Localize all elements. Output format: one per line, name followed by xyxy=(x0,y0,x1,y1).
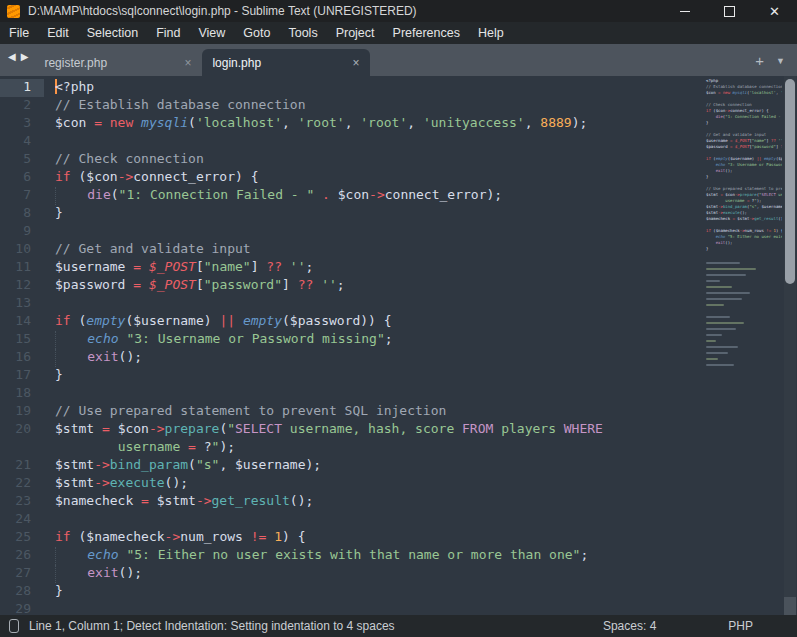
code-line[interactable] xyxy=(44,223,704,241)
code-token: get_result xyxy=(754,216,778,221)
minimize-button[interactable] xyxy=(662,0,707,22)
code-token: ( xyxy=(188,457,196,472)
maximize-button[interactable] xyxy=(707,0,752,22)
code-token: $username xyxy=(55,259,133,274)
code-line xyxy=(704,252,782,258)
tab-register.php[interactable]: register.php× xyxy=(34,49,202,76)
code-token: die xyxy=(87,187,110,202)
indentation-status[interactable]: Spaces: 4 xyxy=(603,619,656,633)
code-line[interactable]: if ($con->connect_error) { xyxy=(44,169,704,187)
tab-login.php[interactable]: login.php× xyxy=(202,49,370,76)
code-line[interactable] xyxy=(44,133,704,151)
menu-item-edit[interactable]: Edit xyxy=(38,22,78,44)
code-token: ? xyxy=(196,439,212,454)
line-number: 11 xyxy=(0,259,44,277)
scrollbar-thumb[interactable] xyxy=(785,79,795,284)
menu-item-goto[interactable]: Goto xyxy=(234,22,279,44)
code-token: // Get and validate input xyxy=(706,132,766,137)
code-line[interactable] xyxy=(44,511,704,529)
code-token: "1: Connection Failed - " xyxy=(725,114,782,119)
new-tab-icon[interactable]: + xyxy=(755,53,764,68)
code-line[interactable]: $stmt = $con->prepare("SELECT username, … xyxy=(44,421,704,439)
code-token: $con xyxy=(338,187,369,202)
code-line[interactable]: // Use prepared statement to prevent SQL… xyxy=(44,403,704,421)
scrollbar-corner xyxy=(784,597,796,615)
minimap-overflow-line xyxy=(706,316,730,318)
menu-item-selection[interactable]: Selection xyxy=(78,22,147,44)
menu-item-view[interactable]: View xyxy=(189,22,234,44)
code-line[interactable]: $con = new mysqli('localhost', 'root', '… xyxy=(44,115,704,133)
code-line[interactable]: // Get and validate input xyxy=(44,241,704,259)
minimap[interactable]: <?php// Establish database connection$co… xyxy=(704,78,782,615)
code-token: echo xyxy=(87,331,118,346)
vintage-mode-icon[interactable] xyxy=(9,619,19,633)
code-area[interactable]: <?php// Establish database connection$co… xyxy=(704,78,782,258)
code-token: -> xyxy=(196,493,212,508)
code-token: ; xyxy=(306,259,314,274)
code-area[interactable]: <?php// Establish database connection$co… xyxy=(44,79,704,615)
tab-overflow-icon[interactable]: ▼ xyxy=(776,56,785,66)
code-token: || xyxy=(219,313,235,328)
code-line[interactable]: username = ?"); xyxy=(44,439,704,457)
code-line[interactable]: echo "3: Username or Password missing"; xyxy=(44,331,704,349)
nav-back-icon[interactable]: ◀ xyxy=(8,51,16,62)
window-controls: ✕ xyxy=(662,0,797,22)
code-line[interactable]: $stmt->bind_param("s", $username); xyxy=(44,457,704,475)
code-token: , xyxy=(525,115,541,130)
close-button[interactable]: ✕ xyxy=(752,0,797,22)
code-line[interactable] xyxy=(44,601,704,615)
menu-item-tools[interactable]: Tools xyxy=(279,22,326,44)
menu-item-find[interactable]: Find xyxy=(147,22,189,44)
code-line[interactable]: die("1: Connection Failed - " . $con->co… xyxy=(44,187,704,205)
code-line[interactable] xyxy=(44,385,704,403)
code-token: empty xyxy=(243,313,282,328)
tab-close-icon[interactable]: × xyxy=(181,56,194,70)
code-line: $namecheck = $stmt->get_result(); xyxy=(704,216,782,222)
code-token: '' xyxy=(290,259,306,274)
code-token: new xyxy=(110,115,133,130)
code-line[interactable]: exit(); xyxy=(44,349,704,367)
code-token: $_POST xyxy=(735,138,749,143)
code-token: $_POST xyxy=(149,277,196,292)
code-token: mysqli xyxy=(141,115,188,130)
code-line[interactable]: } xyxy=(44,367,704,385)
code-line[interactable]: // Establish database connection xyxy=(44,97,704,115)
minimap-overflow-line xyxy=(706,274,746,276)
code-line[interactable]: <?php xyxy=(44,79,704,97)
code-line[interactable] xyxy=(44,295,704,313)
syntax-status[interactable]: PHP xyxy=(728,619,753,633)
code-token: "3: Username or Password missing" xyxy=(126,331,384,346)
code-token: , xyxy=(282,115,298,130)
code-token: execute xyxy=(110,475,165,490)
code-line[interactable]: $namecheck = $stmt->get_result(); xyxy=(44,493,704,511)
code-token: } xyxy=(706,246,708,251)
code-line[interactable]: } xyxy=(44,205,704,223)
code-token: = xyxy=(94,115,102,130)
nav-forward-icon[interactable]: ▶ xyxy=(21,51,29,62)
tab-close-icon[interactable]: × xyxy=(349,56,362,70)
code-token: $namecheck xyxy=(716,228,740,233)
code-line[interactable]: exit(); xyxy=(44,565,704,583)
code-line[interactable]: // Check connection xyxy=(44,151,704,169)
vertical-scrollbar[interactable] xyxy=(784,76,796,615)
code-token: // Check connection xyxy=(55,151,204,166)
code-line[interactable]: $stmt->execute(); xyxy=(44,475,704,493)
code-line[interactable]: } xyxy=(44,583,704,601)
code-token xyxy=(313,277,321,292)
minimap-overflow-line xyxy=(706,322,744,324)
code-token: ); xyxy=(486,187,502,202)
menu-item-project[interactable]: Project xyxy=(327,22,384,44)
code-line[interactable]: if ($namecheck->num_rows != 1) { xyxy=(44,529,704,547)
code-line[interactable]: $username = $_POST["name"] ?? ''; xyxy=(44,259,704,277)
code-token: [ xyxy=(196,259,204,274)
line-number: 18 xyxy=(0,385,44,403)
code-line[interactable]: $password = $_POST["password"] ?? ''; xyxy=(44,277,704,295)
code-line[interactable]: echo "5: Either no user exists with that… xyxy=(44,547,704,565)
code-token: "3: Username or Password missing" xyxy=(728,162,782,167)
menu-item-preferences[interactable]: Preferences xyxy=(384,22,469,44)
code-line[interactable]: if (empty($username) || empty($password)… xyxy=(44,313,704,331)
code-token: "s" xyxy=(196,457,219,472)
editor-pane[interactable]: 1234567891011121314151617181920212223242… xyxy=(0,76,797,615)
code-token xyxy=(266,529,274,544)
menu-item-help[interactable]: Help xyxy=(469,22,513,44)
